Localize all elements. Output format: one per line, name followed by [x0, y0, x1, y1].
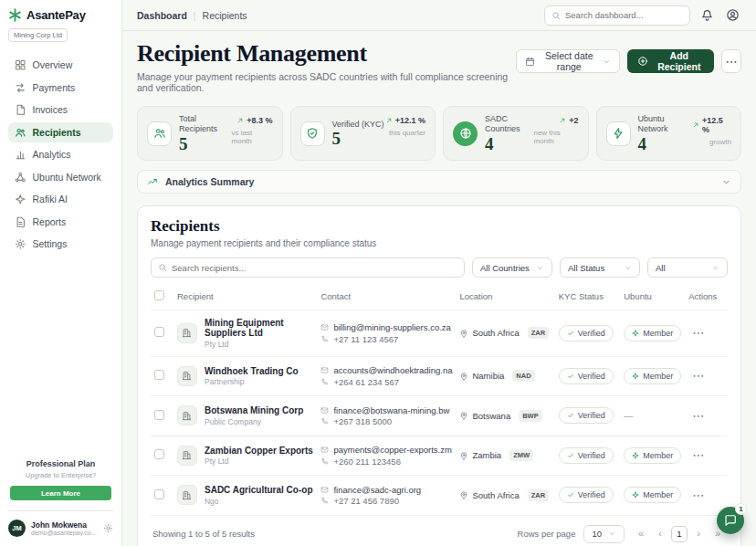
next-page-button[interactable]: ›	[690, 526, 707, 542]
sidebar-item-label: Recipients	[33, 127, 81, 138]
date-range-select[interactable]: Select date range	[516, 49, 620, 73]
rows-per-page-select[interactable]: 10	[583, 525, 625, 543]
table-row[interactable]: Windhoek Trading Co Partnership accounts…	[151, 356, 728, 396]
row-actions-button[interactable]: ⋯	[688, 369, 708, 383]
chat-fab-button[interactable]: 1	[717, 507, 744, 534]
row-checkbox[interactable]	[154, 489, 164, 499]
sidebar-item-overview[interactable]: Overview	[8, 55, 113, 76]
check-icon	[567, 491, 574, 499]
first-page-button[interactable]: «	[633, 526, 649, 542]
table-row[interactable]: Botswana Mining Corp Public Company fina…	[151, 396, 728, 436]
kyc-status-badge: Verified	[559, 447, 614, 464]
phone-icon	[320, 497, 329, 505]
sidebar-item-invoices[interactable]: Invoices	[8, 100, 113, 121]
recipient-email: accounts@windhoektrading.na	[333, 365, 452, 375]
stat-delta: +2	[569, 116, 578, 125]
pin-icon	[459, 411, 468, 420]
row-actions-button[interactable]: ⋯	[688, 488, 708, 502]
table-row[interactable]: Zambian Copper Exports Pty Ltd payments@…	[151, 436, 728, 476]
table-row[interactable]: SADC Agricultural Co-op Ngo finance@sadc…	[151, 476, 728, 516]
table-footer: Showing 1 to 5 of 5 results Rows per pag…	[151, 516, 728, 546]
main-area: Dashboard | Recipients Recipient Managem…	[122, 0, 756, 546]
row-checkbox[interactable]	[154, 410, 164, 420]
recipient-name: Botswana Mining Corp	[205, 405, 303, 415]
plan-upgrade-box: Professional Plan Upgrade to Enterprise?…	[8, 459, 113, 500]
bolt-icon	[612, 127, 625, 140]
sidebar-item-label: Payments	[33, 82, 76, 93]
analytics-summary-label: Analytics Summary	[165, 176, 254, 187]
row-actions-button[interactable]: ⋯	[688, 448, 708, 462]
row-actions-button[interactable]: ⋯	[688, 409, 708, 423]
account-button[interactable]	[724, 6, 741, 24]
search-icon	[551, 11, 561, 20]
chevron-down-icon	[721, 177, 731, 187]
recipients-search-input[interactable]	[172, 263, 457, 273]
star-icon	[632, 491, 639, 499]
sidebar-item-ubuntu-network[interactable]: Ubuntu Network	[8, 167, 113, 188]
check-icon	[567, 373, 574, 380]
sidebar-item-recipients[interactable]: Recipients	[8, 122, 113, 143]
brand-logo[interactable]: AsantePay	[8, 8, 113, 22]
currency-badge: ZAR	[528, 327, 549, 339]
row-checkbox[interactable]	[154, 370, 164, 380]
recipient-phone: +264 61 234 567	[333, 377, 399, 387]
sidebar-item-settings[interactable]: Settings	[8, 234, 113, 255]
row-actions-button[interactable]: ⋯	[688, 326, 708, 340]
filter-all[interactable]: All	[647, 257, 728, 278]
page-1-button[interactable]: 1	[671, 526, 688, 542]
user-profile[interactable]: JM John Mokwena demo@asantepay.co...	[8, 510, 113, 537]
kyc-status-badge: Verified	[559, 368, 614, 384]
row-checkbox[interactable]	[154, 449, 164, 459]
ubuntu-member-badge: Member	[624, 487, 681, 503]
analytics-summary-toggle[interactable]: Analytics Summary	[137, 170, 741, 194]
shield-icon	[306, 127, 319, 140]
stat-label: SADC Countries	[485, 114, 533, 134]
recipient-name: Windhoek Trading Co	[205, 366, 299, 376]
stat-label: Ubuntu Network	[638, 114, 692, 134]
stat-ubuntu-network: Ubuntu Network 4 +12.5 % growth	[596, 106, 742, 161]
breadcrumb-separator: |	[194, 10, 196, 21]
bell-icon	[700, 8, 714, 22]
learn-more-button[interactable]: Learn More	[10, 486, 111, 500]
stat-note: new this month	[533, 129, 578, 145]
building-icon	[182, 371, 192, 381]
workspace-badge[interactable]: Mining Corp Ltd	[8, 28, 68, 42]
sidebar-item-rafiki-ai[interactable]: Rafiki AI	[8, 189, 113, 210]
user-circle-icon	[726, 8, 740, 22]
sidebar-item-payments[interactable]: Payments	[8, 78, 113, 99]
recipient-location: Zambia	[472, 450, 501, 460]
breadcrumb-recipients: Recipients	[203, 10, 247, 21]
notifications-button[interactable]	[698, 6, 716, 24]
recipient-phone: +267 318 5000	[333, 416, 392, 426]
header-more-button[interactable]: ⋯	[721, 49, 741, 73]
recipient-name: Zambian Copper Exports	[205, 446, 313, 456]
global-search[interactable]	[544, 5, 690, 26]
ubuntu-member-badge: Member	[624, 447, 681, 464]
add-recipient-button[interactable]: Add Recipient	[627, 49, 714, 73]
filter-all-countries[interactable]: All Countries	[472, 257, 552, 278]
stat-sadc-countries: SADC Countries 4 +2 new this month	[443, 106, 589, 161]
row-checkbox[interactable]	[154, 327, 164, 337]
pagination: « ‹ 1 › »	[633, 526, 726, 542]
sidebar-item-analytics[interactable]: Analytics	[8, 144, 113, 165]
building-icon	[182, 490, 192, 500]
gear-icon[interactable]	[103, 523, 113, 533]
recipient-type: Partnership	[205, 377, 299, 386]
users-icon	[15, 127, 26, 139]
breadcrumb-dashboard[interactable]: Dashboard	[137, 10, 187, 21]
stat-delta: +8.3 %	[247, 116, 272, 125]
recipients-search[interactable]	[151, 257, 465, 278]
stat-delta: +12.5 %	[702, 116, 731, 134]
breadcrumb: Dashboard | Recipients	[137, 10, 247, 21]
column-actions: Actions	[685, 283, 728, 310]
stats-row: Total Recipients 5 +8.3 % vs last month …	[137, 106, 741, 161]
sidebar: AsantePay Mining Corp Ltd Overview Payme…	[0, 0, 122, 546]
table-row[interactable]: Mining Equipment Suppliers Ltd Pty Ltd b…	[151, 310, 728, 357]
prev-page-button[interactable]: ‹	[652, 526, 668, 542]
check-icon	[567, 330, 574, 337]
pin-icon	[459, 490, 468, 499]
global-search-input[interactable]	[565, 10, 683, 20]
filter-all-status[interactable]: All Status	[560, 257, 640, 278]
sidebar-item-reports[interactable]: Reports	[8, 212, 113, 233]
select-all-checkbox[interactable]	[154, 290, 164, 300]
